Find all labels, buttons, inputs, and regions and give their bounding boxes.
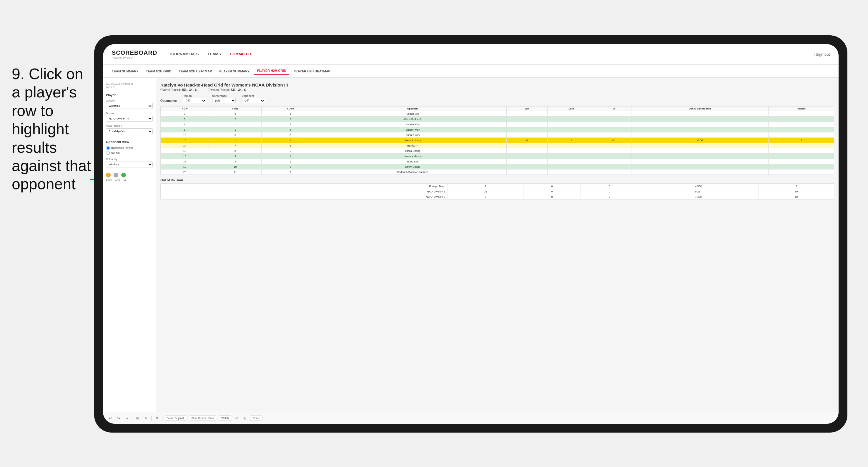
table-row[interactable]: 19106Emily Chang xyxy=(161,164,834,169)
subnav-team-h2h-grid[interactable]: TEAM H2H GRID xyxy=(143,68,175,74)
col-opponent: Opponent xyxy=(319,106,506,111)
colour-dots xyxy=(106,173,153,178)
opponent-filter: Opponent (All) xyxy=(242,94,265,103)
records-row: Overall Record: 353 - 34 - 6 Division Re… xyxy=(160,88,834,92)
table-row[interactable]: 331Esther Lee xyxy=(161,111,834,117)
grid-title: Katelyn Vo Head-to-Head Grid for Women's… xyxy=(160,83,834,87)
region-select[interactable]: (All) xyxy=(183,98,206,103)
instruction-text: 9. Click on a player's row to highlight … xyxy=(12,65,94,193)
radio-top100[interactable]: Top 100 xyxy=(106,151,153,155)
undo-btn[interactable]: ↩ xyxy=(107,415,113,421)
logo-sub: Powered by clippi xyxy=(112,56,157,59)
gender-select[interactable]: Women's xyxy=(106,103,153,109)
out-of-division-table: Foreign Team1004.5002NAIA Division 11500… xyxy=(160,183,834,199)
region-filter: Region (All) xyxy=(183,94,206,103)
sidebar-player-title: Player xyxy=(106,93,153,97)
division-record-label: Division Record: 331 - 34 - 6 xyxy=(208,88,246,92)
sign-out-link[interactable]: | Sign out xyxy=(813,52,830,57)
h2h-table: # Div # Reg # Conf Opponent Win Loss Tie… xyxy=(160,106,834,175)
subnav-team-summary[interactable]: TEAM SUMMARY xyxy=(109,68,142,74)
col-conf: # Conf xyxy=(261,106,319,111)
grid-btn[interactable]: ⊞ xyxy=(242,415,248,421)
view-original-btn[interactable]: View: Original xyxy=(165,415,186,421)
edit-btn[interactable]: ✎ xyxy=(143,415,149,421)
subnav-player-h2h-heatmap[interactable]: PLAYER H2H HEATMAP xyxy=(291,68,333,74)
copy-btn[interactable]: ⊞ xyxy=(135,415,141,421)
conference-label: Conference xyxy=(212,94,236,97)
content-area: Katelyn Vo Head-to-Head Grid for Women's… xyxy=(156,78,839,412)
main-content: Last Updated: 27/03/2024 16:55:28 Player… xyxy=(103,78,839,412)
opponent-label: Opponent xyxy=(242,94,265,97)
opponents-label: Opponents: xyxy=(160,99,177,102)
sidebar: Last Updated: 27/03/2024 16:55:28 Player… xyxy=(103,78,156,412)
colour-section: Colour by Win/loss Down Level Up xyxy=(106,158,153,181)
colour-labels: Down Level Up xyxy=(106,179,153,181)
top-nav: SCOREBOARD Powered by clippi TOURNAMENTS… xyxy=(103,44,839,65)
table-row[interactable]: 1822Euna Lee xyxy=(161,159,834,164)
ood-table-row[interactable]: NCAA Division 25007.40010 xyxy=(161,194,834,199)
forward-btn[interactable]: ⇥ xyxy=(124,415,130,421)
redo-btn[interactable]: ↪ xyxy=(116,415,122,421)
colour-by-label: Colour by xyxy=(106,158,153,161)
ood-table-row[interactable]: Foreign Team1004.5002 xyxy=(161,184,834,189)
table-row[interactable]: 1691Jessica Mason xyxy=(161,154,834,159)
sub-nav: TEAM SUMMARY TEAM H2H GRID TEAM H2H HEAT… xyxy=(103,65,839,78)
region-label: Region xyxy=(183,94,206,97)
division-record-value: 331 - 34 - 6 xyxy=(231,88,246,92)
gender-label: Gender xyxy=(106,99,153,102)
toolbar-divider2 xyxy=(151,415,152,421)
opponent-view: Opponent view Opponents Played Top 100 xyxy=(106,140,153,155)
opponent-select[interactable]: (All) xyxy=(242,98,265,103)
toolbar-divider1 xyxy=(132,415,132,421)
logo-title: SCOREBOARD xyxy=(112,50,157,56)
col-tie: Tie xyxy=(595,106,631,111)
col-reg: # Reg xyxy=(209,106,261,111)
col-rounds: Rounds xyxy=(769,106,834,111)
table-header-row: # Div # Reg # Conf Opponent Win Loss Tie… xyxy=(161,106,834,111)
table-row[interactable]: 914Sharon Mun xyxy=(161,127,834,132)
refresh-btn[interactable]: ↻ xyxy=(154,415,160,421)
table-row[interactable]: 20117Federica Domecq Lacroze xyxy=(161,169,834,175)
table-row[interactable]: 613Sydney Kuo xyxy=(161,122,834,127)
table-row[interactable]: 1063Andrea York xyxy=(161,132,834,138)
overall-record-label: Overall Record: 353 - 34 - 6 xyxy=(160,88,196,92)
table-row[interactable]: 1585Stella Chang xyxy=(161,148,834,154)
division-select[interactable]: NCAA Division III xyxy=(106,116,153,122)
col-win: Win xyxy=(506,106,548,111)
table-row[interactable]: 1311Jessica Huang010-3.002 xyxy=(161,138,834,143)
tablet-frame: SCOREBOARD Powered by clippi TOURNAMENTS… xyxy=(94,35,847,433)
colour-dot-down xyxy=(106,173,111,178)
col-loss: Loss xyxy=(548,106,595,111)
tablet-screen: SCOREBOARD Powered by clippi TOURNAMENTS… xyxy=(103,44,839,424)
col-diff: Diff Av Strokes/Rnd xyxy=(631,106,769,111)
division-label: Division xyxy=(106,112,153,115)
out-of-division-title: Out of division xyxy=(160,178,834,182)
subnav-player-h2h-grid[interactable]: PLAYER H2H GRID xyxy=(254,67,289,75)
colour-dot-level xyxy=(114,173,118,178)
nav-items: TOURNAMENTS TEAMS COMMITTEE xyxy=(169,50,813,58)
subnav-team-h2h-heatmap[interactable]: TEAM H2H HEATMAP xyxy=(176,68,215,74)
ood-table-row[interactable]: NAIA Division 115009.26730 xyxy=(161,189,834,194)
radio-opponents-played[interactable]: Opponents Played xyxy=(106,146,153,150)
player-rank-select[interactable]: 8. Katelyn Vo xyxy=(106,128,153,134)
logo-area: SCOREBOARD Powered by clippi xyxy=(112,50,157,59)
colour-dot-up xyxy=(121,173,126,178)
col-div: # Div xyxy=(161,106,209,111)
watch-btn[interactable]: Watch xyxy=(219,415,231,421)
filters-row: Opponents: Region (All) Conference (All) xyxy=(160,94,834,103)
nav-committee[interactable]: COMMITTEE xyxy=(230,50,253,58)
bottom-toolbar: ↩ ↪ ⇥ ⊞ ✎ ↻ View: Original Save Custom V… xyxy=(103,412,839,424)
resize-btn[interactable]: ⤢ xyxy=(234,415,240,421)
player-rank-label: Player (Rank) xyxy=(106,124,153,127)
nav-tournaments[interactable]: TOURNAMENTS xyxy=(169,50,198,58)
conference-select[interactable]: (All) xyxy=(212,98,236,103)
toolbar-divider3 xyxy=(162,415,162,421)
sidebar-timestamp: Last Updated: 27/03/2024 16:55:28 xyxy=(106,83,153,89)
subnav-player-summary[interactable]: PLAYER SUMMARY xyxy=(216,68,252,74)
colour-by-select[interactable]: Win/loss xyxy=(106,161,153,167)
nav-teams[interactable]: TEAMS xyxy=(208,50,221,58)
table-row[interactable]: 1474Eunice Yi xyxy=(161,143,834,148)
table-row[interactable]: 522Alexis Sudjianto xyxy=(161,117,834,122)
save-custom-btn[interactable]: Save Custom View xyxy=(189,415,216,421)
share-btn[interactable]: Share xyxy=(250,415,262,421)
